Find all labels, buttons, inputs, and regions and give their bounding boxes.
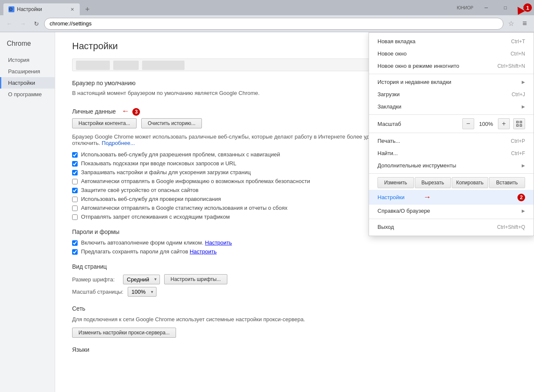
- main-content: Chrome История Расширения Настройки О пр…: [0, 32, 534, 392]
- placeholder-btn-2: [113, 61, 139, 70]
- placeholder-btn-1: [76, 61, 110, 70]
- tab-title: Настройки: [17, 6, 66, 12]
- tab-close-button[interactable]: ✕: [69, 6, 75, 13]
- tab-bar: ⚙ Настройки ✕ + ЮНИОР ─ □ ✕: [0, 0, 534, 15]
- checkbox-search-hints-input[interactable]: [72, 161, 78, 167]
- svg-rect-1: [520, 121, 522, 123]
- new-tab-button[interactable]: +: [81, 3, 93, 15]
- annotation-arrow-1: [515, 8, 524, 17]
- checkbox-autofill-input[interactable]: [72, 240, 78, 246]
- save-passwords-link[interactable]: Настроить: [190, 248, 217, 255]
- menu-find[interactable]: Найти... Ctrl+F: [369, 147, 534, 159]
- personal-data-link[interactable]: Подробнее...: [102, 140, 135, 146]
- menu-downloads[interactable]: Загрузки Ctrl+J: [369, 88, 534, 100]
- network-desc: Для подключения к сети Google Chrome исп…: [72, 316, 517, 322]
- sidebar-item-settings[interactable]: Настройки: [0, 77, 55, 89]
- clear-history-button[interactable]: Очистить историю...: [141, 118, 202, 128]
- menu-settings[interactable]: Настройки → 2: [369, 190, 534, 205]
- chrome-menu-button[interactable]: ≡: [519, 18, 531, 30]
- bookmark-star-icon[interactable]: ☆: [505, 18, 517, 30]
- sidebar: Chrome История Расширения Настройки О пр…: [0, 32, 55, 392]
- zoom-expand-button[interactable]: [513, 118, 525, 129]
- edit-copy-button[interactable]: Копировать: [452, 177, 488, 188]
- placeholder-btn-3: [142, 61, 185, 70]
- menu-zoom-row: Масштаб − 100% +: [369, 117, 534, 131]
- languages-title: Языки: [72, 346, 517, 353]
- menu-bookmarks[interactable]: Закладки ▶: [369, 100, 534, 113]
- sidebar-item-about[interactable]: О программе: [0, 89, 55, 100]
- annotation-arrow-2: →: [423, 193, 431, 202]
- customize-fonts-button[interactable]: Настроить шрифты...: [164, 274, 227, 284]
- annotation-label-3: 3: [132, 108, 140, 116]
- font-size-row: Размер шрифта: Средний Настроить шрифты.…: [72, 274, 517, 284]
- edit-cut-button[interactable]: Вырезать: [415, 177, 451, 188]
- fullscreen-icon: [516, 121, 522, 127]
- window-title-label: ЮНИОР: [453, 6, 477, 10]
- address-bar[interactable]: [44, 18, 503, 30]
- edit-paste-button[interactable]: Вставить: [489, 177, 526, 188]
- zoom-select[interactable]: 100%: [128, 287, 157, 297]
- edit-change-button[interactable]: Изменить: [377, 177, 414, 188]
- menu-history[interactable]: История и недавние вкладки ▶: [369, 76, 534, 88]
- svg-rect-0: [517, 121, 518, 123]
- active-tab[interactable]: ⚙ Настройки ✕: [3, 3, 80, 15]
- zoom-row: Масштаб страницы: 100%: [72, 287, 517, 297]
- minimize-button[interactable]: ─: [477, 0, 496, 15]
- font-size-select[interactable]: Средний: [123, 275, 160, 284]
- content-settings-button[interactable]: Настройки контента...: [72, 118, 137, 128]
- font-size-select-wrapper: Средний: [123, 275, 160, 284]
- checkbox-safe-browsing-input[interactable]: [72, 188, 78, 193]
- back-button[interactable]: ←: [3, 18, 15, 30]
- annotation-arrow-3: ←: [122, 107, 129, 116]
- appearance-title: Вид страниц: [72, 263, 517, 270]
- sidebar-item-history[interactable]: История: [0, 54, 55, 66]
- network-title: Сеть: [72, 305, 517, 312]
- menu-sep-1: [369, 74, 534, 74]
- zoom-minus-button[interactable]: −: [462, 118, 474, 129]
- sidebar-item-extensions[interactable]: Расширения: [0, 66, 55, 77]
- zoom-select-wrapper: 100%: [128, 287, 157, 297]
- svg-rect-2: [517, 125, 518, 126]
- checkbox-dnt-input[interactable]: [72, 214, 78, 220]
- checkbox-security-reports-input[interactable]: [72, 179, 78, 184]
- checkbox-navigation-input[interactable]: [72, 152, 78, 158]
- checkbox-spellcheck-input[interactable]: [72, 197, 78, 202]
- menu-sep-3: [369, 133, 534, 133]
- chrome-dropdown-menu: Новая вкладка Ctrl+T Новое окно Ctrl+N Н…: [369, 32, 534, 236]
- toolbar: ← → ↻ ☆ ≡ 1: [0, 15, 534, 32]
- annotation-label-2: 2: [517, 194, 525, 201]
- menu-exit[interactable]: Выход Ctrl+Shift+Q: [369, 221, 534, 233]
- menu-sep-4: [369, 173, 534, 174]
- checkbox-save-passwords: Предлагать сохранять пароли для сайтов Н…: [72, 248, 517, 255]
- menu-new-window[interactable]: Новое окно Ctrl+N: [369, 47, 534, 60]
- menu-sep-5: [369, 219, 534, 219]
- menu-edit-row: Изменить Вырезать Копировать Вставить: [369, 175, 534, 190]
- menu-more-tools[interactable]: Дополнительные инструменты ▶: [369, 159, 534, 172]
- checkbox-prefetch-input[interactable]: [72, 170, 78, 175]
- menu-new-tab[interactable]: Новая вкладка Ctrl+T: [369, 35, 534, 47]
- sidebar-brand: Chrome: [0, 36, 55, 54]
- zoom-label: Масштаб страницы:: [72, 289, 123, 295]
- menu-sep-2: [369, 114, 534, 115]
- settings-content: Настройки Браузер по умолчанию В настоящ…: [55, 32, 534, 392]
- menu-incognito[interactable]: Новое окно в режиме инкогнито Ctrl+Shift…: [369, 60, 534, 72]
- autofill-link[interactable]: Настроить: [205, 239, 232, 246]
- svg-rect-3: [520, 125, 522, 126]
- proxy-settings-button[interactable]: Изменить настройки прокси-сервера...: [72, 328, 176, 338]
- font-size-label: Размер шрифта:: [72, 276, 119, 283]
- reload-button[interactable]: ↻: [31, 18, 42, 30]
- checkbox-save-passwords-input[interactable]: [72, 249, 78, 255]
- checkbox-usage-stats-input[interactable]: [72, 206, 78, 211]
- zoom-plus-button[interactable]: +: [498, 118, 510, 129]
- tab-favicon: ⚙: [8, 6, 14, 12]
- checkbox-autofill: Включить автозаполнение форм одним клико…: [72, 239, 517, 246]
- menu-print[interactable]: Печать... Ctrl+P: [369, 135, 534, 147]
- forward-button[interactable]: →: [17, 18, 29, 30]
- zoom-value-label: 100%: [478, 121, 495, 127]
- maximize-button[interactable]: □: [496, 0, 515, 15]
- menu-about[interactable]: Справка/О браузере ▶: [369, 205, 534, 217]
- personal-data-title: Личные данные: [72, 108, 116, 115]
